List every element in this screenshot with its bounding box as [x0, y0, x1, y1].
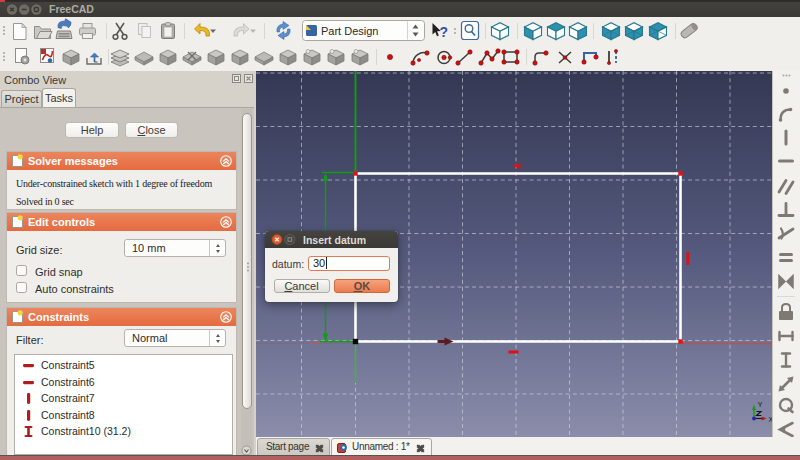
svg-text:Y: Y — [758, 401, 763, 408]
